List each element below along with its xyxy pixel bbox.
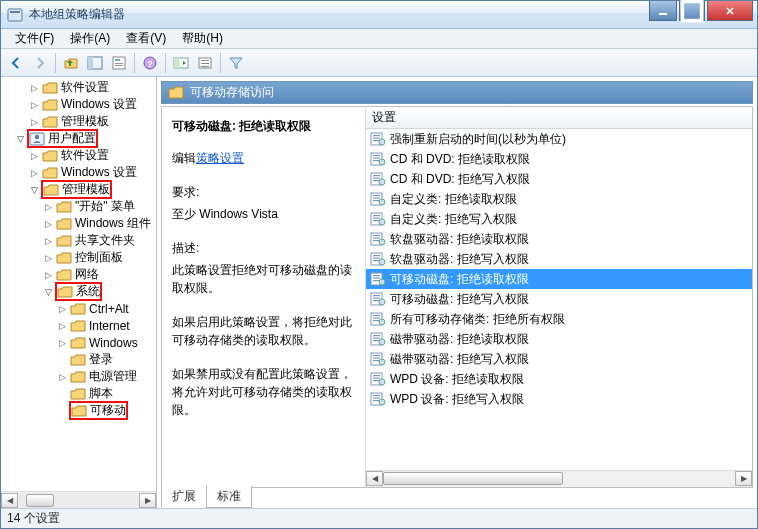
properties-button[interactable] xyxy=(108,52,130,74)
list-row[interactable]: 磁带驱动器: 拒绝读取权限 xyxy=(366,329,752,349)
standard-view-button[interactable] xyxy=(194,52,216,74)
expand-toggle-icon[interactable] xyxy=(43,286,54,297)
svg-rect-2 xyxy=(659,13,667,15)
settings-list[interactable]: 强制重新启动的时间(以秒为单位)CD 和 DVD: 拒绝读取权限CD 和 DVD… xyxy=(366,129,752,470)
list-row[interactable]: 磁带驱动器: 拒绝写入权限 xyxy=(366,349,752,369)
expand-toggle-icon[interactable] xyxy=(43,218,54,229)
expand-toggle-icon[interactable] xyxy=(57,337,68,348)
list-row-label: 所有可移动存储类: 拒绝所有权限 xyxy=(390,311,565,328)
list-scroll-right[interactable]: ▶ xyxy=(735,471,752,486)
edit-policy-link[interactable]: 策略设置 xyxy=(196,151,244,165)
maximize-button[interactable] xyxy=(679,1,705,21)
show-hide-tree-button[interactable] xyxy=(84,52,106,74)
panel-header: 可移动存储访问 xyxy=(161,81,753,104)
tree-node[interactable]: Ctrl+Alt xyxy=(1,300,156,317)
expand-toggle-icon[interactable] xyxy=(15,133,26,144)
expand-toggle-icon[interactable] xyxy=(57,371,68,382)
tree-node[interactable]: 脚本 xyxy=(1,385,156,402)
minimize-button[interactable] xyxy=(649,1,677,21)
up-level-button[interactable] xyxy=(60,52,82,74)
scroll-right-button[interactable]: ▶ xyxy=(139,493,156,508)
list-row-label: 可移动磁盘: 拒绝写入权限 xyxy=(390,291,529,308)
list-row[interactable]: 所有可移动存储类: 拒绝所有权限 xyxy=(366,309,752,329)
tree-node-label: 可移动 xyxy=(90,402,126,419)
list-row[interactable]: 软盘驱动器: 拒绝写入权限 xyxy=(366,249,752,269)
forward-button[interactable] xyxy=(29,52,51,74)
list-row[interactable]: CD 和 DVD: 拒绝写入权限 xyxy=(366,169,752,189)
list-row-label: WPD 设备: 拒绝读取权限 xyxy=(390,371,524,388)
list-row[interactable]: CD 和 DVD: 拒绝读取权限 xyxy=(366,149,752,169)
list-hscrollbar[interactable]: ◀ ▶ xyxy=(366,470,752,487)
tree-view[interactable]: 软件设置Windows 设置管理模板用户配置软件设置Windows 设置管理模板… xyxy=(1,77,156,491)
tree-node[interactable]: Windows 设置 xyxy=(1,164,156,181)
expand-toggle-icon[interactable] xyxy=(43,269,54,280)
list-row[interactable]: WPD 设备: 拒绝读取权限 xyxy=(366,369,752,389)
tree-node[interactable]: 管理模板 xyxy=(1,181,156,198)
expand-toggle-icon[interactable] xyxy=(43,235,54,246)
scroll-thumb[interactable] xyxy=(26,494,54,507)
list-row[interactable]: 自定义类: 拒绝读取权限 xyxy=(366,189,752,209)
tree-node[interactable]: 控制面板 xyxy=(1,249,156,266)
menu-help[interactable]: 帮助(H) xyxy=(174,28,231,49)
expand-toggle-icon[interactable] xyxy=(29,116,40,127)
scroll-left-button[interactable]: ◀ xyxy=(1,493,18,508)
list-scroll-left[interactable]: ◀ xyxy=(366,471,383,486)
svg-rect-42 xyxy=(373,218,380,219)
tree-node[interactable]: 网络 xyxy=(1,266,156,283)
back-button[interactable] xyxy=(5,52,27,74)
tree-node[interactable]: 软件设置 xyxy=(1,79,156,96)
expand-toggle-icon[interactable] xyxy=(57,320,68,331)
list-row[interactable]: 可移动磁盘: 拒绝读取权限 xyxy=(366,269,752,289)
tree-node[interactable]: 用户配置 xyxy=(1,130,156,147)
expand-toggle-icon[interactable] xyxy=(57,388,68,399)
expand-toggle-icon[interactable] xyxy=(57,303,68,314)
statusbar: 14 个设置 xyxy=(1,508,757,528)
tree-node[interactable]: 软件设置 xyxy=(1,147,156,164)
list-scroll-thumb[interactable] xyxy=(383,472,563,485)
tree-node[interactable]: 管理模板 xyxy=(1,113,156,130)
list-row[interactable]: 自定义类: 拒绝写入权限 xyxy=(366,209,752,229)
list-row-label: 自定义类: 拒绝写入权限 xyxy=(390,211,517,228)
list-row[interactable]: 软盘驱动器: 拒绝读取权限 xyxy=(366,229,752,249)
expand-toggle-icon[interactable] xyxy=(29,99,40,110)
list-row[interactable]: WPD 设备: 拒绝写入权限 xyxy=(366,389,752,409)
column-header-settings[interactable]: 设置 xyxy=(366,107,752,129)
menu-file[interactable]: 文件(F) xyxy=(7,28,62,49)
tree-node[interactable]: 可移动 xyxy=(1,402,156,419)
expand-toggle-icon[interactable] xyxy=(43,252,54,263)
filter-button[interactable] xyxy=(225,52,247,74)
tree-hscrollbar[interactable]: ◀ ▶ xyxy=(1,491,156,508)
expand-toggle-icon[interactable] xyxy=(29,167,40,178)
tab-extended[interactable]: 扩展 xyxy=(161,486,207,508)
extended-view-button[interactable] xyxy=(170,52,192,74)
tree-node[interactable]: 登录 xyxy=(1,351,156,368)
svg-rect-77 xyxy=(373,358,380,359)
tree-node[interactable]: 系统 xyxy=(1,283,156,300)
help-button[interactable]: ? xyxy=(139,52,161,74)
expand-toggle-icon[interactable] xyxy=(43,201,54,212)
list-row[interactable]: 可移动磁盘: 拒绝写入权限 xyxy=(366,289,752,309)
close-button[interactable] xyxy=(707,1,753,21)
menu-view[interactable]: 查看(V) xyxy=(118,28,174,49)
tree-node[interactable]: Windows xyxy=(1,334,156,351)
tree-node[interactable]: Windows 组件 xyxy=(1,215,156,232)
list-row[interactable]: 强制重新启动的时间(以秒为单位) xyxy=(366,129,752,149)
tab-standard[interactable]: 标准 xyxy=(206,486,252,508)
tree-node[interactable]: 电源管理 xyxy=(1,368,156,385)
tree-node[interactable]: "开始" 菜单 xyxy=(1,198,156,215)
expand-toggle-icon[interactable] xyxy=(29,184,40,195)
expand-toggle-icon[interactable] xyxy=(29,82,40,93)
tree-pane: 软件设置Windows 设置管理模板用户配置软件设置Windows 设置管理模板… xyxy=(1,77,157,508)
expand-toggle-icon[interactable] xyxy=(57,405,68,416)
svg-rect-8 xyxy=(115,63,123,64)
tree-node[interactable]: Internet xyxy=(1,317,156,334)
svg-rect-26 xyxy=(373,155,380,156)
policy-icon xyxy=(370,372,386,386)
expand-toggle-icon[interactable] xyxy=(29,150,40,161)
menu-action[interactable]: 操作(A) xyxy=(62,28,118,49)
tree-node[interactable]: Windows 设置 xyxy=(1,96,156,113)
folder-icon xyxy=(70,353,86,366)
tree-node[interactable]: 共享文件夹 xyxy=(1,232,156,249)
expand-toggle-icon[interactable] xyxy=(57,354,68,365)
policy-icon xyxy=(370,232,386,246)
